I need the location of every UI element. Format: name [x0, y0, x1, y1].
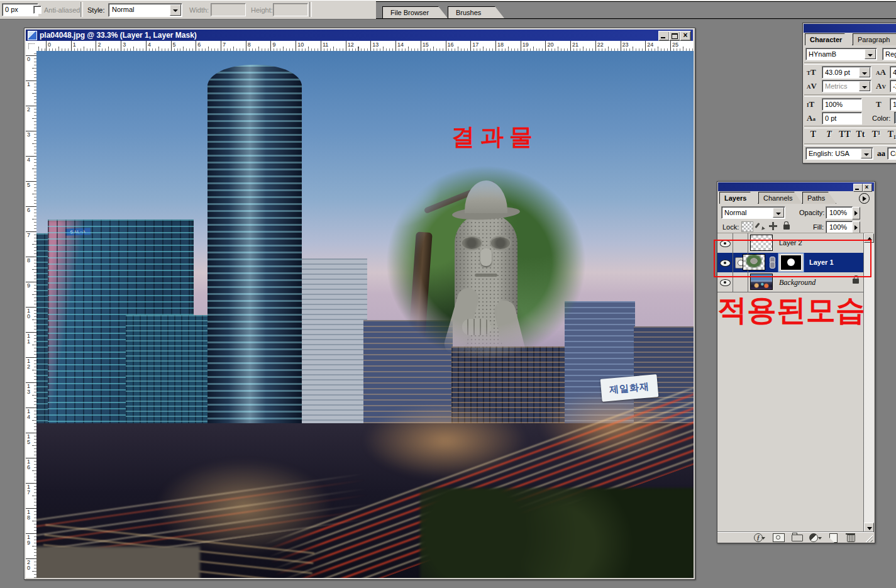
dropdown-arrow-icon[interactable] [170, 4, 181, 16]
lock-position-icon[interactable] [768, 221, 778, 231]
tab-paragraph[interactable]: Paragraph [853, 33, 896, 45]
add-layer-mask-icon[interactable] [773, 533, 785, 541]
style-button-superscript[interactable]: T¹ [870, 130, 883, 142]
character-palette: Character Paragraph HYnamB Regu TT 43.09… [802, 23, 896, 164]
dropdown-arrow-icon[interactable] [859, 81, 870, 91]
folder-glyph [792, 535, 803, 541]
width-label: Width: [189, 6, 209, 14]
v-ruler-tick: 1 9 [26, 533, 36, 534]
horizontal-scale-icon: T [876, 99, 882, 109]
fill-field[interactable]: 100% [826, 221, 853, 233]
resize-grip[interactable] [865, 534, 873, 542]
anti-alias-value: Cr [890, 150, 896, 157]
dropdown-arrow-icon[interactable] [773, 208, 784, 218]
language-dropdown[interactable]: English: USA [805, 147, 873, 160]
lock-paint-icon[interactable] [755, 221, 765, 231]
blend-mode-dropdown[interactable]: Normal [721, 206, 785, 219]
tab-layers[interactable]: Layers [719, 192, 758, 204]
font-size-dropdown[interactable]: 43.09 pt [822, 66, 871, 79]
art-cylinder-tower [207, 65, 302, 458]
scroll-down-icon[interactable] [864, 523, 874, 532]
h-ruler-tick: 25 [670, 41, 671, 51]
font-style-value: Regu [885, 50, 896, 58]
h-ruler-tick: 18 [495, 41, 496, 51]
lock-transparency-icon[interactable] [741, 221, 753, 232]
trash-glyph [847, 535, 855, 542]
fill-value: 100% [829, 223, 847, 231]
layer-name[interactable]: Background [779, 278, 816, 287]
minimize-button[interactable] [853, 184, 863, 192]
leading-field[interactable]: 40. [890, 66, 896, 79]
character-palette-titlebar[interactable] [804, 24, 896, 33]
font-family-dropdown[interactable]: HYnamB [805, 48, 877, 60]
canvas[interactable]: SAL-A 제일화재 [36, 51, 694, 578]
delete-layer-icon[interactable] [846, 533, 858, 541]
horizontal-scale-value: 100 [893, 101, 896, 108]
layers-palette: Layers Channels Paths Normal Opacity: 10… [717, 181, 875, 543]
layers-scrollbar[interactable] [863, 233, 874, 532]
anti-aliased-checkbox[interactable] [33, 6, 41, 14]
tracking-field[interactable]: -25 [890, 80, 896, 92]
layer-style-icon[interactable]: ƒ [753, 533, 765, 541]
language-value: English: USA [809, 150, 849, 157]
opacity-field[interactable]: 100% [826, 206, 853, 219]
h-ruler[interactable]: 0123456789101112131415161718192021222324… [36, 41, 694, 52]
blend-mode-value: Normal [724, 209, 746, 216]
dropdown-arrow-icon[interactable] [865, 49, 876, 59]
statue-face [455, 213, 517, 369]
lock-all-icon[interactable] [781, 221, 792, 231]
style-button-subscript[interactable]: T₁ [885, 130, 896, 142]
minimize-button[interactable] [658, 31, 670, 41]
horizontal-scale-field[interactable]: 100 [890, 98, 896, 111]
page-glyph [829, 533, 838, 543]
half-circle-glyph [809, 533, 818, 542]
kerning-dropdown[interactable]: Metrics [822, 80, 871, 92]
dropdown-arrow-icon[interactable] [861, 148, 872, 158]
adjustment-layer-icon[interactable] [809, 533, 822, 541]
style-button-bold[interactable]: T [807, 130, 820, 142]
visibility-eye-icon[interactable] [720, 279, 731, 286]
style-button-italic[interactable]: T [822, 130, 836, 142]
tab-paths[interactable]: Paths [802, 192, 836, 204]
new-layer-set-icon[interactable] [792, 533, 804, 541]
h-ruler-tick: 16 [446, 41, 446, 51]
v-ruler-tick: 1 5 [26, 433, 36, 433]
anti-alias-dropdown[interactable]: Cr [887, 147, 896, 160]
statue-mouth [475, 274, 497, 277]
lock-label: Lock: [722, 223, 739, 231]
slider-arrow-icon[interactable] [852, 207, 860, 219]
vertical-scale-field[interactable]: 100% [822, 98, 862, 111]
baseline-shift-field[interactable]: 0 pt [822, 112, 862, 125]
close-button[interactable] [680, 31, 691, 41]
font-style-dropdown[interactable]: Regu [882, 48, 896, 60]
palette-menu-icon[interactable] [859, 193, 870, 204]
new-layer-icon[interactable] [828, 533, 841, 541]
v-ruler-tick: 1 6 [26, 458, 36, 458]
ruler-origin-box[interactable] [26, 41, 37, 52]
tab-character[interactable]: Character [805, 33, 853, 45]
separator [804, 126, 896, 128]
layer-lock-icon [853, 279, 859, 284]
style-button-small-caps[interactable]: Tt [854, 130, 867, 142]
document-titlebar[interactable]: pla04048.jpg @ 33.3% (Layer 1, Layer Mas… [26, 30, 693, 41]
tab-brushes[interactable]: Brushes [448, 6, 504, 18]
v-ruler[interactable]: 01234567891 01 11 21 31 41 51 61 71 81 9… [26, 51, 37, 578]
v-ruler-tick: 1 2 [26, 357, 36, 358]
style-dropdown[interactable]: Normal [108, 3, 182, 17]
tab-file-browser[interactable]: File Browser [382, 6, 448, 18]
maximize-button[interactable] [669, 31, 680, 41]
slider-arrow-icon[interactable] [852, 221, 860, 234]
style-button-all-caps[interactable]: TT [838, 130, 851, 142]
statue-vignette [373, 153, 599, 373]
dropdown-arrow-icon[interactable] [859, 67, 870, 77]
layers-palette-titlebar[interactable] [718, 182, 874, 191]
tab-channels[interactable]: Channels [758, 192, 802, 204]
applied-annotation: 적용된모습 [717, 291, 865, 330]
v-ruler-tick: 7 [26, 231, 36, 232]
separator [804, 62, 896, 65]
v-ruler-tick: 0 [26, 55, 36, 56]
close-button[interactable] [863, 184, 872, 192]
height-field [273, 3, 308, 16]
document-window: pla04048.jpg @ 33.3% (Layer 1, Layer Mas… [24, 28, 695, 580]
h-ruler-tick: 15 [421, 41, 421, 51]
